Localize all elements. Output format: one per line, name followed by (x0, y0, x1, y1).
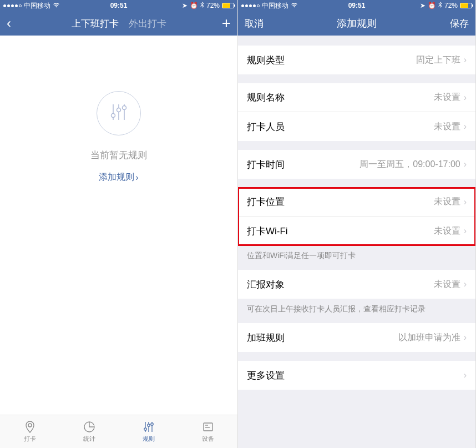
group-location-wifi: 打卡位置 未设置› 打卡Wi-Fi 未设置› (238, 188, 475, 245)
back-button[interactable]: ‹ (7, 16, 40, 31)
cell-label: 打卡人员 (247, 120, 285, 133)
carrier-label: 中国移动 (24, 1, 50, 11)
tabbar-label: 规则 (143, 435, 155, 443)
report-hint: 可在次日上午接收打卡人员汇报，查看相应打卡记录 (238, 299, 475, 314)
chevron-right-icon: › (464, 279, 467, 289)
tabbar-rules[interactable]: 规则 (119, 415, 178, 448)
empty-text: 当前暂无规则 (90, 149, 147, 162)
tabbar-stats[interactable]: 统计 (59, 415, 119, 448)
chevron-right-icon: › (464, 159, 467, 169)
status-time: 09:51 (110, 2, 128, 9)
piechart-icon (83, 420, 96, 434)
svg-point-11 (147, 424, 149, 426)
nav-bar: 取消 添加规则 保存 (238, 11, 475, 36)
group-name-members: 规则名称 未设置› 打卡人员 未设置› (238, 83, 475, 141)
sliders-icon (97, 91, 141, 135)
svg-point-10 (144, 428, 146, 430)
battery-percent: 72% (444, 2, 458, 9)
cell-label: 规则名称 (247, 91, 285, 104)
status-bar: 中国移动 09:51 ➤ ⏰ 72% (0, 0, 237, 11)
wifi-icon (291, 2, 298, 9)
status-time: 09:51 (348, 2, 366, 9)
svg-point-3 (112, 114, 115, 118)
tabbar-label: 打卡 (24, 435, 36, 443)
cell-value: 未设置 (434, 121, 460, 133)
cell-overtime[interactable]: 加班规则 以加班申请为准› (238, 323, 475, 352)
chevron-right-icon: › (464, 226, 467, 236)
cell-value: 未设置 (434, 279, 460, 290)
cell-value: 周一至周五，09:00-17:00 (359, 159, 460, 170)
nav-bar: ‹ 上下班打卡 外出打卡 + (0, 11, 237, 36)
tabbar-label: 统计 (83, 435, 95, 443)
alarm-icon: ⏰ (428, 2, 436, 9)
cell-value: 未设置 (434, 196, 460, 208)
location-icon: ➤ (420, 2, 426, 9)
cell-value: 固定上下班 (416, 54, 460, 66)
chevron-right-icon: › (464, 370, 467, 380)
nav-title: 添加规则 (337, 17, 377, 30)
cell-rule-name[interactable]: 规则名称 未设置› (238, 83, 475, 112)
add-button[interactable]: + (198, 14, 231, 32)
cell-label: 汇报对象 (247, 278, 285, 291)
add-rule-label: 添加规则 (99, 172, 134, 183)
svg-point-5 (123, 106, 126, 110)
cell-label: 加班规则 (247, 331, 285, 344)
cell-value: 未设置 (434, 92, 460, 103)
tab-outwork[interactable]: 外出打卡 (129, 17, 166, 30)
cell-wifi[interactable]: 打卡Wi-Fi 未设置› (238, 217, 475, 245)
cell-report[interactable]: 汇报对象 未设置› (238, 270, 475, 299)
cell-members[interactable]: 打卡人员 未设置› (238, 112, 475, 141)
status-bar: 中国移动 09:51 ➤ ⏰ 72% (238, 0, 475, 11)
chevron-right-icon: › (135, 173, 138, 183)
content-area: 规则类型 固定上下班› 规则名称 未设置› 打卡人员 未设置› 打卡时间 周一至… (238, 36, 475, 448)
cell-value: 未设置 (434, 225, 460, 237)
svg-point-12 (150, 423, 153, 425)
cell-time[interactable]: 打卡时间 周一至周五，09:00-17:00› (238, 150, 475, 179)
tabbar-label: 设备 (202, 435, 214, 443)
location-pin-icon (23, 420, 37, 434)
signal-dots-icon (3, 4, 22, 7)
bluetooth-icon (200, 2, 204, 10)
cancel-button[interactable]: 取消 (245, 17, 278, 30)
group-more: 更多设置 › (238, 361, 475, 390)
battery-percent: 72% (206, 2, 220, 9)
group-rule-type: 规则类型 固定上下班› (238, 46, 475, 74)
chevron-right-icon: › (464, 197, 467, 207)
group-report: 汇报对象 未设置› (238, 270, 475, 299)
carrier-label: 中国移动 (262, 1, 288, 11)
battery-icon (460, 3, 472, 8)
location-icon: ➤ (182, 2, 188, 9)
chevron-left-icon: ‹ (7, 16, 11, 31)
content-area: 当前暂无规则 添加规则 › (0, 36, 237, 415)
cell-rule-type[interactable]: 规则类型 固定上下班› (238, 46, 475, 74)
battery-icon (222, 3, 234, 8)
svg-point-4 (117, 108, 121, 112)
tabbar-checkin[interactable]: 打卡 (0, 415, 59, 448)
group-time: 打卡时间 周一至周五，09:00-17:00› (238, 150, 475, 179)
screen-add-rule: 中国移动 09:51 ➤ ⏰ 72% 取消 添加规则 保存 规则类型 固定上下班… (238, 0, 476, 448)
cell-label: 打卡Wi-Fi (247, 225, 288, 238)
add-rule-link[interactable]: 添加规则 › (99, 172, 138, 183)
cell-more[interactable]: 更多设置 › (238, 361, 475, 390)
cell-label: 更多设置 (247, 369, 285, 382)
chevron-right-icon: › (464, 122, 467, 132)
device-icon (201, 420, 215, 434)
cell-label: 规则类型 (247, 54, 285, 67)
tab-bar: 打卡 统计 规则 设备 (0, 415, 237, 448)
location-wifi-hint: 位置和WiFi满足任一项即可打卡 (238, 245, 475, 261)
cell-location[interactable]: 打卡位置 未设置› (238, 188, 475, 217)
plus-icon: + (222, 14, 231, 32)
alarm-icon: ⏰ (190, 2, 198, 9)
cell-label: 打卡时间 (247, 158, 285, 171)
chevron-right-icon: › (464, 333, 467, 343)
sliders-small-icon (142, 420, 155, 434)
screen-rules-list: 中国移动 09:51 ➤ ⏰ 72% ‹ 上下班打卡 外出打卡 + (0, 0, 238, 448)
empty-state: 当前暂无规则 添加规则 › (0, 36, 237, 183)
wifi-icon (53, 2, 60, 9)
cell-label: 打卡位置 (247, 195, 285, 208)
signal-dots-icon (241, 4, 260, 7)
tabbar-device[interactable]: 设备 (178, 415, 237, 448)
tab-commute[interactable]: 上下班打卡 (72, 17, 119, 30)
save-button[interactable]: 保存 (436, 17, 469, 30)
group-overtime: 加班规则 以加班申请为准› (238, 323, 475, 352)
